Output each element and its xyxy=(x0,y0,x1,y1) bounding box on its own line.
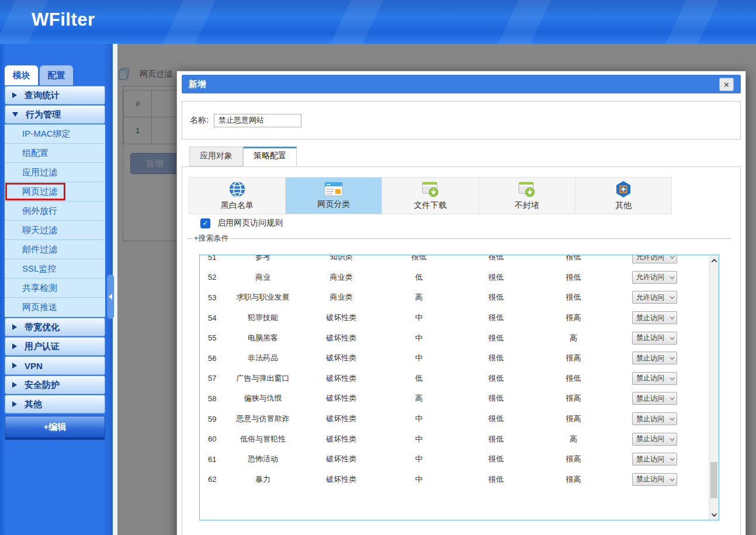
policy-type-toolbar: 黑白名单网页分类文件下载不封堵其他 xyxy=(189,177,672,214)
chevron-down-icon xyxy=(670,355,674,360)
table-cell: 55 xyxy=(200,333,224,342)
sidebar-item-label: 网页推送 xyxy=(22,302,57,313)
enable-rule-row: ✓ 启用网页访问规则 xyxy=(200,218,283,228)
table-cell: 60 xyxy=(200,435,224,443)
download-icon xyxy=(421,180,440,200)
sidebar-item-label: 邮件过滤 xyxy=(22,244,57,255)
table-cell: 破坏性类 xyxy=(302,393,380,404)
chevron-down-icon xyxy=(670,415,674,420)
close-icon[interactable]: × xyxy=(719,78,734,91)
action-select-value: 允许访问 xyxy=(636,272,664,282)
sidebar-item-IP-MAC绑定[interactable]: IP-MAC绑定 xyxy=(5,124,105,144)
globe-icon xyxy=(228,180,246,200)
table-cell: 破坏性类 xyxy=(302,454,380,464)
sidebar-item-查询统计[interactable]: 查询统计 xyxy=(5,86,105,105)
action-select-value: 禁止访问 xyxy=(636,434,664,444)
sidebar-item-label: 共享检测 xyxy=(22,283,57,294)
collapse-left-icon xyxy=(109,294,112,300)
sidebar-item-网页推送[interactable]: 网页推送 xyxy=(5,298,105,317)
sidebar-item-邮件过滤[interactable]: 邮件过滤 xyxy=(5,240,105,259)
sidebar-collapse-handle[interactable] xyxy=(107,275,114,319)
action-select[interactable]: 禁止访问 xyxy=(632,433,677,446)
tab-apply-objects[interactable]: 应用对象 xyxy=(189,147,243,166)
sidebar-item-带宽优化[interactable]: 带宽优化 xyxy=(5,318,105,336)
action-select-value: 禁止访问 xyxy=(636,454,664,464)
action-select[interactable]: 禁止访问 xyxy=(632,392,677,405)
sidebar-item-VPN[interactable]: VPN xyxy=(5,356,105,375)
sidebar-edit-button[interactable]: +编辑 xyxy=(5,416,105,440)
table-row: 59恶意与仿冒欺诈破坏性类中很低很高禁止访问 xyxy=(200,409,708,429)
hexagon-plus-icon xyxy=(615,180,632,200)
name-input[interactable] xyxy=(214,114,301,127)
table-cell: 广告与弹出窗口 xyxy=(224,373,302,384)
table-row: 62暴力破坏性类中很低很高禁止访问 xyxy=(200,470,708,490)
chevron-right-icon xyxy=(12,343,17,349)
sidebar-item-SSL监控[interactable]: SSL监控 xyxy=(5,259,105,279)
table-cell: 很低 xyxy=(457,454,535,464)
scroll-down-icon[interactable] xyxy=(709,510,719,519)
toolbar-item-不封堵[interactable]: 不封堵 xyxy=(479,178,575,214)
toolbar-item-文件下载[interactable]: 文件下载 xyxy=(382,178,478,214)
sidebar-item-聊天过滤[interactable]: 聊天过滤 xyxy=(5,221,105,240)
action-select[interactable]: 允许访问 xyxy=(632,291,677,304)
sidebar-item-行为管理[interactable]: 行为管理 xyxy=(5,105,105,124)
action-select[interactable]: 允许访问 xyxy=(632,255,677,263)
toolbar-item-其他[interactable]: 其他 xyxy=(575,178,671,214)
table-cell: 高 xyxy=(380,292,457,303)
table-row: 53求职与职业发展商业类高很低很低允许访问 xyxy=(200,287,708,308)
table-cell: 高 xyxy=(380,393,457,404)
chevron-down-icon xyxy=(670,314,674,319)
toolbar-item-网页分类[interactable]: 网页分类 xyxy=(286,178,382,214)
table-cell: 59 xyxy=(200,415,224,423)
table-cell: 很低 xyxy=(457,414,535,424)
table-cell: 中 xyxy=(380,454,457,464)
table-scrollbar[interactable] xyxy=(709,255,719,520)
sidebar-item-label: 网页过滤 xyxy=(22,186,57,197)
table-cell: 很高 xyxy=(535,393,612,404)
action-select[interactable]: 禁止访问 xyxy=(632,352,677,364)
sidebar-item-label: 查询统计 xyxy=(25,90,60,101)
chevron-down-icon xyxy=(670,375,674,380)
action-select[interactable]: 禁止访问 xyxy=(632,311,677,324)
action-select[interactable]: 禁止访问 xyxy=(632,473,677,486)
sidebar-item-网页过滤[interactable]: 网页过滤 xyxy=(5,182,105,202)
action-select[interactable]: 禁止访问 xyxy=(632,332,677,345)
sidebar-item-用户认证[interactable]: 用户认证 xyxy=(5,337,105,356)
sidebar-item-例外放行[interactable]: 例外放行 xyxy=(5,202,105,221)
sidebar-item-其他[interactable]: 其他 xyxy=(5,395,105,414)
category-rows: 51参考知识类很低很低很低允许访问52商业商业类低很低很低允许访问53求职与职业… xyxy=(200,255,708,489)
scroll-up-icon[interactable] xyxy=(709,256,719,265)
action-select[interactable]: 禁止访问 xyxy=(632,372,677,385)
search-conditions-toggle[interactable]: +搜索条件 xyxy=(194,233,229,244)
sidebar-item-安全防护[interactable]: 安全防护 xyxy=(5,376,105,394)
table-row: 56非法药品破坏性类中很低很高禁止访问 xyxy=(200,348,708,369)
toolbar-item-黑白名单[interactable]: 黑白名单 xyxy=(189,178,286,214)
sidebar-menu: 查询统计行为管理IP-MAC绑定组配置应用过滤网页过滤例外放行聊天过滤邮件过滤S… xyxy=(5,86,105,414)
action-select[interactable]: 禁止访问 xyxy=(632,412,677,425)
table-cell: 破坏性类 xyxy=(302,333,380,343)
table-cell: 中 xyxy=(380,434,457,444)
table-cell: 中 xyxy=(380,474,457,485)
scrollbar-thumb[interactable] xyxy=(710,462,717,498)
download-icon xyxy=(518,180,536,200)
action-select[interactable]: 允许访问 xyxy=(632,271,677,284)
sidebar-item-组配置[interactable]: 组配置 xyxy=(5,144,105,163)
sidebar-tab-modules[interactable]: 模块 xyxy=(5,65,38,85)
table-cell: 很低 xyxy=(457,333,535,343)
tab-policy-config[interactable]: 策略配置 xyxy=(243,147,297,166)
chevron-down-icon xyxy=(670,436,674,440)
sidebar-item-应用过滤[interactable]: 应用过滤 xyxy=(5,163,105,182)
sidebar-tab-config[interactable]: 配置 xyxy=(40,65,73,85)
action-select[interactable]: 禁止访问 xyxy=(632,453,677,465)
table-cell: 很低 xyxy=(535,272,612,283)
table-row: 52商业商业类低很低很低允许访问 xyxy=(200,268,708,288)
table-cell: 参考 xyxy=(224,255,302,262)
chevron-right-icon xyxy=(12,382,17,388)
sidebar-item-共享检测[interactable]: 共享检测 xyxy=(5,279,105,298)
enable-rule-checkbox[interactable]: ✓ xyxy=(200,218,210,228)
table-cell: 知识类 xyxy=(302,255,380,262)
action-select-value: 允许访问 xyxy=(636,255,664,262)
dialog-titlebar: 新增 × xyxy=(182,75,741,93)
chevron-down-icon xyxy=(670,274,674,279)
table-row: 54犯罪技能破坏性类中很低很高禁止访问 xyxy=(200,308,708,328)
